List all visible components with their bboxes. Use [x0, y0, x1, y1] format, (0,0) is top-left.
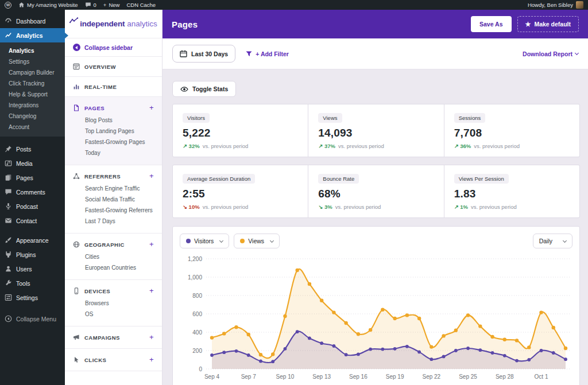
stat-label: Views Per Session: [454, 174, 509, 184]
user-avatar[interactable]: [576, 1, 583, 9]
ia-nav-realtime[interactable]: REAL-TIME: [65, 77, 162, 97]
sidebar-item-pages[interactable]: Pages: [0, 170, 65, 185]
collapse-menu-button[interactable]: Collapse Menu: [0, 312, 65, 326]
ia-logo[interactable]: independent analytics: [65, 10, 162, 38]
add-pages-report-button[interactable]: +: [149, 105, 154, 111]
ia-report-social-media-traffic[interactable]: Social Media Traffic: [65, 194, 162, 205]
submenu-item-campaign-builder[interactable]: Campaign Builder: [0, 67, 65, 78]
svg-text:Oct 1: Oct 1: [535, 374, 548, 380]
ia-nav-devices[interactable]: DEVICES +: [65, 285, 162, 297]
sidebar-item-appearance[interactable]: Appearance: [0, 233, 65, 247]
brush-icon: [5, 236, 12, 244]
stat-label: Sessions: [454, 113, 486, 123]
ia-nav-clicks[interactable]: CLICKS +: [65, 354, 162, 365]
wp-sidebar: Dashboard Analytics Analytics Settings C…: [0, 10, 65, 385]
admin-bar-new[interactable]: + New: [103, 2, 120, 8]
add-clicks-report-button[interactable]: +: [149, 357, 154, 363]
submenu-item-changelog[interactable]: Changelog: [0, 111, 65, 122]
make-default-button[interactable]: ★ Make default: [517, 16, 579, 32]
admin-bar-site-name[interactable]: My Amazing Website: [18, 2, 78, 8]
vs-previous-period-label: vs. previous period: [338, 143, 384, 149]
submenu-item-integrations[interactable]: Integrations: [0, 100, 65, 111]
ia-report-search-engine-traffic[interactable]: Search Engine Traffic: [65, 183, 162, 194]
sidebar-item-posts[interactable]: Posts: [0, 142, 65, 156]
add-devices-report-button[interactable]: +: [149, 288, 154, 294]
sidebar-item-podcast[interactable]: Podcast: [0, 199, 65, 213]
admin-bar-comments[interactable]: 0: [85, 2, 96, 8]
date-range-button[interactable]: Last 30 Days: [172, 45, 235, 63]
ia-report-european-countries[interactable]: European Countries: [65, 262, 162, 273]
add-filter-button[interactable]: + Add Filter: [246, 50, 289, 57]
sidebar-item-dashboard[interactable]: Dashboard: [0, 14, 65, 28]
svg-text:Sep 25: Sep 25: [459, 374, 477, 380]
ia-section-geographic: GEOGRAPHIC + Cities European Countries: [65, 234, 162, 280]
microphone-icon: [5, 203, 12, 210]
svg-text:Sep 28: Sep 28: [496, 374, 514, 380]
sidebar-item-tools[interactable]: Tools: [0, 276, 65, 290]
admin-bar-cdn-cache[interactable]: CDN Cache: [126, 2, 156, 8]
sidebar-item-media[interactable]: Media: [0, 156, 65, 170]
sidebar-item-analytics[interactable]: Analytics: [0, 28, 65, 42]
stat-value: 2:55: [183, 188, 298, 200]
ia-report-fastest-growing-pages[interactable]: Fastest-Growing Pages: [65, 137, 162, 147]
stat-label: Bounce Rate: [318, 174, 359, 184]
submenu-item-account[interactable]: Account: [0, 122, 65, 133]
dashboard-icon: [5, 17, 12, 25]
ia-nav-pages[interactable]: PAGES +: [65, 102, 162, 114]
trend-arrow-icon: ↗: [183, 143, 187, 149]
ia-report-os[interactable]: OS: [65, 309, 162, 320]
ia-report-blog-posts[interactable]: Blog Posts: [65, 115, 162, 126]
svg-text:Sep 4: Sep 4: [204, 374, 220, 380]
ia-report-today[interactable]: Today: [65, 147, 162, 158]
interval-select[interactable]: Daily: [533, 234, 572, 248]
wp-logo[interactable]: W: [5, 2, 11, 9]
ia-nav-referrers[interactable]: REFERRERS +: [65, 170, 162, 182]
megaphone-icon: [73, 334, 80, 341]
legend-visitors-toggle[interactable]: Visitors: [180, 234, 229, 248]
analytics-line-chart[interactable]: 02004006008001,0001,200Sep 4Sep 7Sep 10S…: [180, 253, 572, 385]
ia-report-top-landing-pages[interactable]: Top Landing Pages: [65, 126, 162, 137]
submenu-item-click-tracking[interactable]: Click Tracking: [0, 78, 65, 89]
ia-report-fastest-growing-referrers[interactable]: Fastest-Growing Referrers: [65, 205, 162, 216]
sidebar-item-comments[interactable]: Comments: [0, 185, 65, 199]
ia-nav-overview[interactable]: OVERVIEW: [65, 57, 162, 77]
svg-text:Sep 19: Sep 19: [386, 374, 404, 380]
views-dot-icon: [240, 239, 245, 243]
save-as-button[interactable]: Save As: [471, 16, 511, 32]
legend-views-toggle[interactable]: Views: [234, 234, 280, 248]
ia-report-browsers[interactable]: Browsers: [65, 298, 162, 309]
ia-section-devices: DEVICES + Browsers OS: [65, 280, 162, 326]
trend-arrow-icon: ↗: [454, 143, 459, 149]
download-report-button[interactable]: Download Report: [523, 50, 578, 57]
collapse-sidebar-button[interactable]: Collapse sidebar: [65, 38, 162, 57]
ia-logo-bold: independent: [80, 20, 125, 28]
ia-report-last-7-days[interactable]: Last 7 Days: [65, 216, 162, 227]
howdy-text[interactable]: Howdy, Ben Sibley: [528, 2, 573, 8]
submenu-item-settings[interactable]: Settings: [0, 56, 65, 67]
submenu-item-help-support[interactable]: Help & Support: [0, 89, 65, 100]
submenu-item-analytics[interactable]: Analytics: [0, 45, 65, 56]
svg-text:0: 0: [199, 366, 202, 372]
add-campaigns-report-button[interactable]: +: [149, 335, 154, 340]
add-referrers-report-button[interactable]: +: [149, 173, 154, 179]
toggle-stats-button[interactable]: Toggle Stats: [172, 81, 236, 97]
stat-delta: ↘ 10%: [183, 204, 200, 210]
ia-nav-geographic[interactable]: GEOGRAPHIC +: [65, 239, 162, 250]
sidebar-item-contact[interactable]: Contact: [0, 213, 65, 228]
sidebar-item-settings[interactable]: Settings: [0, 290, 65, 305]
ia-section-campaigns: CAMPAIGNS +: [65, 326, 162, 349]
globe-icon: [73, 241, 80, 248]
ia-section-referrers: REFERRERS + Search Engine Traffic Social…: [65, 165, 162, 234]
ia-nav-campaigns[interactable]: CAMPAIGNS +: [65, 332, 162, 343]
wordpress-icon: W: [5, 2, 11, 9]
stat-value: 5,222: [183, 127, 298, 139]
sidebar-item-plugins[interactable]: Plugins: [0, 247, 65, 262]
add-geographic-report-button[interactable]: +: [149, 242, 154, 247]
ia-report-cities[interactable]: Cities: [65, 251, 162, 262]
stat-card-views: Views 14,093 ↗ 37% vs. previous period: [308, 104, 443, 157]
svg-text:800: 800: [192, 293, 202, 299]
stat-label: Average Session Duration: [183, 174, 255, 184]
sidebar-item-users[interactable]: Users: [0, 262, 65, 276]
svg-text:Sep 13: Sep 13: [312, 374, 331, 380]
stat-delta: ↘ 3%: [318, 204, 332, 210]
